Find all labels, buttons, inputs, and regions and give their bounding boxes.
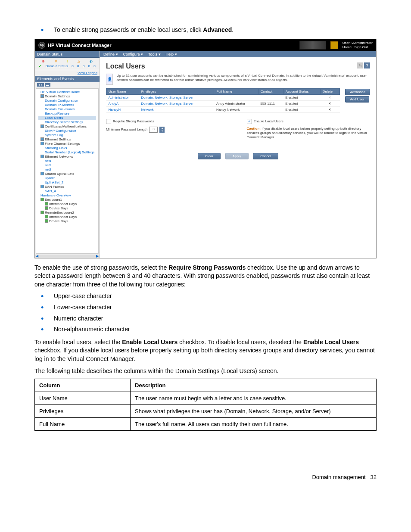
tree-node[interactable]: SNMP Configuration: [38, 129, 96, 133]
table-cell: The user name must begin with a letter a…: [131, 392, 377, 405]
menu-tools[interactable]: Tools ▾: [148, 52, 161, 56]
min-length-input[interactable]: 3: [149, 127, 158, 133]
col-header: Privileges: [139, 88, 214, 94]
delete-icon[interactable]: ✕: [320, 106, 339, 112]
min-length-label: Minimum Password Length: [106, 128, 147, 131]
delete-icon[interactable]: ✕: [320, 100, 339, 106]
count: 0: [77, 64, 79, 68]
status-info-icon: ◐: [90, 59, 93, 63]
app-screenshot: hp HP Virtual Connect Manager User : Adm…: [34, 39, 377, 258]
count: 0: [93, 64, 95, 68]
tree-node[interactable]: net1: [38, 159, 96, 163]
tree-node[interactable]: Domain Enclosures: [38, 107, 96, 112]
tree-node: SAN Fabrics: [38, 185, 96, 189]
main-panel: Define ▾ Configure ▾ Tools ▾ Help ▾ Loca…: [100, 51, 376, 258]
status-summary: ⊗ ▼ ! △ ◐ ✔ Domain Status 0 0 0 0 0: [35, 58, 100, 70]
user-label: User : Administrator: [342, 41, 373, 45]
paragraph-strong-passwords: To enable the use of strong passwords, s…: [34, 264, 377, 289]
tree-node: Shared Uplink Sets: [38, 172, 96, 176]
text-bold: Advanced: [203, 26, 232, 33]
apply-button[interactable]: Apply: [225, 153, 249, 159]
tree-node[interactable]: HP Virtual Connect Home: [38, 90, 96, 94]
tree-node[interactable]: uplink1: [38, 176, 96, 180]
tree-node: Ethernet Settings: [38, 137, 96, 142]
paragraph-enable-local: To enable local users, select the Enable…: [34, 338, 377, 364]
tree-node[interactable]: Domain Configuration: [38, 99, 96, 103]
categories-list: Upper-case character Lower-case characte…: [34, 292, 377, 333]
table-cell: Shows what privileges the user has (Doma…: [131, 405, 377, 418]
table-row[interactable]: AndyADomain, Network, Storage, ServerAnd…: [106, 100, 340, 106]
help-icon[interactable]: ?: [364, 62, 370, 68]
menu-define[interactable]: Define ▾: [103, 52, 118, 56]
tree-node[interactable]: UplinkSet_2: [38, 180, 96, 185]
status-warning-icon: △: [78, 59, 80, 63]
status-critical-icon: ⊗: [42, 59, 45, 63]
list-item: Lower-case character: [34, 303, 377, 312]
tree-node[interactable]: net3: [38, 168, 96, 172]
enable-local-checkbox[interactable]: ✔: [247, 119, 252, 124]
print-icon[interactable]: ⎙: [357, 62, 363, 68]
caution-text: Caution: If you disable local users befo…: [247, 127, 371, 140]
table-cell: Privileges: [35, 405, 131, 418]
tree-node: Device Bays: [38, 219, 96, 224]
tree-node: Fibre Channel Settings: [38, 142, 96, 146]
menu-help[interactable]: Help ▾: [166, 52, 177, 56]
status-major-icon: ▼: [54, 59, 58, 63]
paragraph-table-intro: The following table describes the column…: [34, 367, 377, 376]
tree-node[interactable]: Serial Number (Logical) Settings: [38, 150, 96, 155]
clear-button[interactable]: Clear: [198, 153, 221, 159]
action-buttons: Clear Apply Cancel: [106, 153, 370, 159]
columns-description-table: Column Description User Name The user na…: [34, 379, 377, 431]
col-header: Contact: [258, 88, 283, 94]
list-item: Non-alphanumeric character: [34, 325, 377, 334]
app-titlebar: hp HP Virtual Connect Manager User : Adm…: [35, 39, 376, 51]
table-header: Column: [35, 379, 131, 392]
table-cell: User Name: [35, 392, 131, 405]
app-title: HP Virtual Connect Manager: [48, 43, 112, 48]
require-strong-checkbox[interactable]: [106, 119, 111, 124]
add-user-button[interactable]: Add User: [345, 96, 369, 103]
tree-node[interactable]: System Log: [38, 133, 96, 137]
min-length-spinner[interactable]: ▴▾: [159, 127, 165, 133]
list-item: Numeric character: [34, 314, 377, 323]
delete-icon[interactable]: ✕: [320, 94, 339, 100]
panel-title-domain-status: Domain Status: [35, 51, 100, 58]
menu-configure[interactable]: Configure ▾: [123, 52, 143, 56]
sidebar-tabs[interactable]: ◂ ▸▬: [35, 82, 100, 87]
advanced-button[interactable]: Advanced: [345, 89, 370, 95]
table-cell: The user's full name. All users can modi…: [131, 418, 377, 431]
tree-node[interactable]: Hardware Overview: [38, 193, 96, 198]
table-row[interactable]: NancyNNetworkNancy NetworkEnabled✕: [106, 106, 340, 112]
status-ok-icon: ✔: [39, 64, 42, 68]
scrollbar[interactable]: ◀▶: [35, 255, 100, 258]
menubar[interactable]: Define ▾ Configure ▾ Tools ▾ Help ▾: [100, 51, 376, 57]
table-row[interactable]: AdministratorDomain, Network, Storage, S…: [106, 94, 340, 100]
view-legend-link[interactable]: View Legend: [35, 70, 100, 76]
tree-node[interactable]: Domain IP Address: [38, 103, 96, 107]
col-header: Full Name: [214, 88, 258, 94]
tree-node[interactable]: Directory Server Settings: [38, 120, 96, 124]
hp-logo-icon: hp: [38, 42, 45, 49]
cancel-button[interactable]: Cancel: [253, 153, 278, 159]
tree-node: Interconnect Bays: [38, 215, 96, 219]
tree-node: RemoteEnclosure2: [38, 211, 96, 215]
tree-node[interactable]: Stacking Links: [38, 146, 96, 150]
tree-node[interactable]: Backup/Restore: [38, 112, 96, 116]
tree-node[interactable]: SAN_A: [38, 189, 96, 193]
tree-node: Certificates/Authentications: [38, 124, 96, 129]
side-buttons: Advanced Add User: [345, 88, 370, 103]
status-label: Domain Status: [45, 64, 68, 68]
intro-bullet: To enable strong passwords or enable loc…: [34, 26, 377, 34]
tree-node[interactable]: Local Users: [38, 116, 96, 120]
users-table: User NamePrivilegesFull NameContactAccou…: [106, 88, 340, 113]
header-gold-icon: [330, 41, 338, 49]
header-graphic: [299, 41, 326, 50]
tree-node[interactable]: net2: [38, 163, 96, 168]
nav-tree[interactable]: HP Virtual Connect HomeDomain SettingsDo…: [36, 88, 99, 254]
status-minor-icon: !: [67, 59, 68, 63]
intro-text: Up to 32 user accounts can be establishe…: [116, 74, 370, 85]
text: To enable strong passwords or enable loc…: [54, 26, 203, 33]
home-signout-links[interactable]: Home | Sign Out: [342, 45, 373, 50]
require-strong-label: Require Strong Passwords: [113, 119, 154, 123]
sidebar: Domain Status ⊗ ▼ ! △ ◐ ✔ Domain Status …: [35, 51, 100, 258]
